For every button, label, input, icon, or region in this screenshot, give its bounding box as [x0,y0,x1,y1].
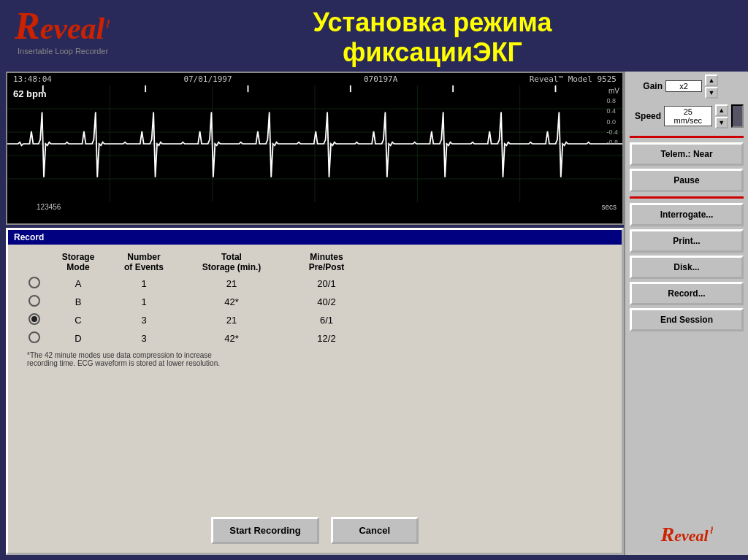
interrogate-button[interactable]: Interrogate... [630,203,744,226]
record-note: *The 42 minute modes use data compressio… [20,351,610,367]
cell-prepost-d: 12/2 [283,333,370,344]
record-button[interactable]: Record... [630,282,744,305]
table-header-row: StorageMode Numberof Events TotalStorage… [20,252,610,272]
end-session-button[interactable]: End Session [630,308,744,331]
col-num-events: Numberof Events [107,252,180,272]
cell-events-d: 3 [107,333,180,344]
ecg-screen: 62 bpm mV 0.8 0.4 0.0 -0.4 -0.8 [7,85,622,202]
reveal-logo-text: Reveal⌇ [660,523,712,545]
table-row: D 3 42* 12/2 [20,331,610,345]
page-title: Установка режима фиксацииЭКГ [131,7,733,68]
gain-value: x2 [665,80,702,92]
pattern-button[interactable] [731,104,744,128]
gain-up-button[interactable]: ▲ [705,74,718,86]
logo-area: Reveal⌇ Insertable Loop Recorder [15,7,131,55]
pause-button[interactable]: Pause [630,169,744,192]
ecg-mv-label: mV [608,87,619,95]
speed-arrows: ▲ ▼ [715,104,728,129]
cell-mode-d: D [49,333,107,344]
telem-button[interactable]: Telem.: Near [630,142,744,166]
ecg-time: 13:48:04 [13,74,52,84]
ecg-grid-labels: 0.8 0.4 0.0 -0.4 -0.8 [606,96,618,148]
speed-label: Speed [630,111,661,121]
gain-row: Gain x2 ▲ ▼ [630,74,744,99]
cell-prepost-a: 20/1 [283,278,370,289]
col-total-storage: TotalStorage (min.) [180,252,283,272]
ecg-monitor: 13:48:04 07/01/1997 070197A Reveal™ Mode… [6,72,624,225]
gain-down-button[interactable]: ▼ [705,87,718,99]
speed-row: Speed 25 mm/sec ▲ ▼ [630,104,744,129]
right-sidebar: Gain x2 ▲ ▼ Speed 25 mm/sec ▲ ▼ Telem.: … [624,72,748,555]
logo-main: Reveal⌇ [15,7,110,45]
cell-events-a: 1 [107,278,180,289]
cell-prepost-c: 6/1 [283,315,370,326]
cell-events-b: 1 [107,296,180,307]
ecg-waveform [7,85,622,202]
main-content: 13:48:04 07/01/1997 070197A Reveal™ Mode… [0,72,748,555]
radio-c[interactable] [20,313,49,327]
gain-label: Gain [630,81,663,91]
cell-storage-b: 42* [180,296,283,307]
secs-label: secs [601,203,617,211]
table-row: B 1 42* 40/2 [20,295,610,309]
disk-button[interactable]: Disk... [630,256,744,279]
col-minutes-pre-post: MinutesPre/Post [283,252,370,272]
speed-up-button[interactable]: ▲ [715,104,728,116]
cell-mode-c: C [49,315,107,326]
cell-storage-a: 21 [180,278,283,289]
cell-storage-c: 21 [180,315,283,326]
gain-arrows: ▲ ▼ [705,74,718,99]
radio-b[interactable] [20,295,49,309]
col-storage-mode: StorageMode [49,252,107,272]
speed-value: 25 mm/sec [664,106,712,126]
cell-events-c: 3 [107,315,180,326]
record-modal-body: StorageMode Numberof Events TotalStorage… [8,245,622,510]
ecg-topbar: 13:48:04 07/01/1997 070197A Reveal™ Mode… [7,73,622,85]
start-recording-button[interactable]: Start Recording [211,517,319,544]
cell-storage-d: 42* [180,333,283,344]
table-row: A 1 21 20/1 [20,277,610,291]
cell-prepost-b: 40/2 [283,296,370,307]
cell-mode-a: A [49,278,107,289]
table-row: C 3 21 6/1 [20,313,610,327]
radio-a[interactable] [20,277,49,291]
cell-mode-b: B [49,296,107,307]
record-modal: Record StorageMode Numberof Events Total… [6,228,624,555]
logo-subtitle: Insertable Loop Recorder [15,47,108,55]
print-button[interactable]: Print... [630,229,744,253]
ecg-device-id: 070197A [364,74,397,84]
reveal-logo-bottom: Reveal⌇ [630,517,744,552]
divider-line [630,136,744,138]
record-modal-title: Record [8,230,622,245]
cancel-button[interactable]: Cancel [331,517,419,544]
left-panel: 13:48:04 07/01/1997 070197A Reveal™ Mode… [0,72,624,555]
modal-buttons: Start Recording Cancel [8,510,622,553]
ecg-date: 07/01/1997 [183,74,232,84]
header: Reveal⌇ Insertable Loop Recorder Установ… [0,0,748,72]
speed-down-button[interactable]: ▼ [715,117,728,129]
col-radio-spacer [20,252,49,272]
ecg-device-name: Reveal™ Model 9525 [530,74,617,84]
ecg-bpm: 62 bpm [13,88,47,99]
radio-d[interactable] [20,331,49,345]
ecg-bottom-labels: 1 2 3 4 5 6 secs [7,202,622,212]
divider-line-2 [630,196,744,199]
